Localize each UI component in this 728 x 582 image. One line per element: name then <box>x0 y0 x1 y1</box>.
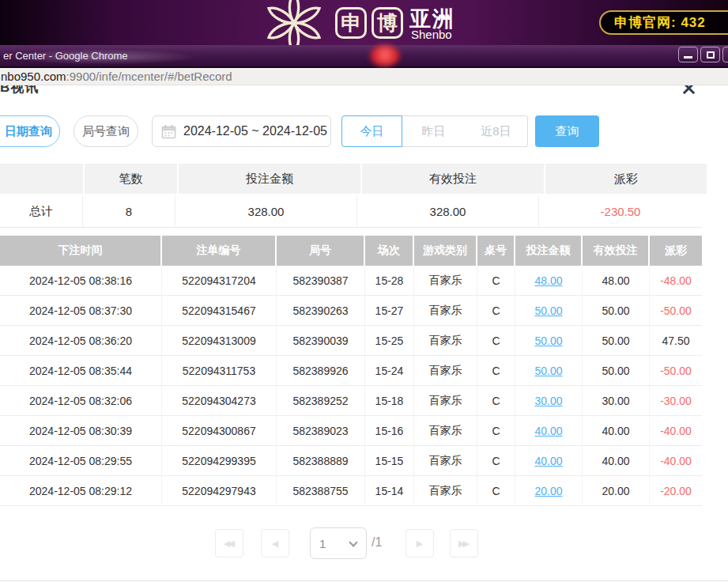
col-header-payout: 派彩 <box>650 236 702 266</box>
cell-game-type: 百家乐 <box>414 266 477 295</box>
official-site-badge: 申博官网: 432 <box>599 10 728 35</box>
next-page-button[interactable]: ▶ <box>405 529 434 557</box>
cell-payout: -40.00 <box>650 416 702 445</box>
col-header-session: 场次 <box>365 236 413 266</box>
cell-table-no: C <box>477 326 515 355</box>
cell-session: 15-16 <box>365 416 414 445</box>
chevron-down-icon <box>349 538 357 546</box>
calendar-icon <box>161 124 176 139</box>
cell-round-id: 582390263 <box>277 296 365 325</box>
cell-game-type: 百家乐 <box>414 386 477 415</box>
page-select[interactable]: 1 <box>310 527 367 559</box>
cell-session: 15-27 <box>365 296 414 325</box>
url-path: :9900/infe/mcenter/#/betRecord <box>66 70 232 83</box>
cell-payout: -48.00 <box>650 266 702 295</box>
screen: { "site_header": { "logo_char_1": "申", "… <box>0 0 728 582</box>
cell-payout: -40.00 <box>650 446 702 475</box>
summary-total-row: 总计 8 328.00 328.00 -230.50 <box>0 195 702 228</box>
summary-header-empty <box>0 164 83 194</box>
cell-game-type: 百家乐 <box>414 356 477 385</box>
cell-payout: -30.00 <box>650 386 702 415</box>
panel-close-icon[interactable] <box>680 85 697 96</box>
quick-filter-today[interactable]: 今日 <box>341 115 402 147</box>
minimize-button[interactable] <box>678 47 698 62</box>
quick-filter-yesterday[interactable]: 昨日 <box>402 115 466 147</box>
cell-table-no: C <box>477 296 515 325</box>
table-row: 2024-12-05 08:32:06522094304273582389252… <box>0 386 702 416</box>
logo-char-shen: 申 <box>335 7 367 39</box>
next-page-icon: ▶ <box>417 539 423 549</box>
cell-order-id: 522094297943 <box>162 476 277 505</box>
search-button[interactable]: 查询 <box>535 115 599 147</box>
red-notification-blob <box>370 45 400 66</box>
col-header-bet-time: 下注时间 <box>0 236 160 266</box>
flower-logo-icon <box>261 0 327 45</box>
cell-payout: 47.50 <box>650 326 702 355</box>
cell-bet-time: 2024-12-05 08:35:44 <box>0 356 162 385</box>
col-header-valid-bet: 有效投注 <box>583 236 648 266</box>
cell-table-no: C <box>477 476 515 505</box>
col-header-order-id: 注单编号 <box>162 236 275 266</box>
total-pages-label: /1 <box>372 535 382 550</box>
table-header-row: 下注时间 注单编号 局号 场次 游戏类别 桌号 投注金额 有效投注 派彩 <box>0 236 702 266</box>
cell-bet-time: 2024-12-05 08:29:12 <box>0 476 162 505</box>
col-header-bet-amount: 投注金额 <box>515 236 581 266</box>
quick-filter-last8days[interactable]: 近8日 <box>465 115 528 147</box>
tab-date-query[interactable]: 日期查询 <box>0 115 60 147</box>
cell-bet-amount[interactable]: 30.00 <box>515 386 583 415</box>
summary-header-count: 笔数 <box>85 164 177 194</box>
cell-round-id: 582390039 <box>277 326 365 355</box>
cell-order-id: 522094317204 <box>162 266 277 295</box>
summary-total-label: 总计 <box>0 195 83 227</box>
cell-game-type: 百家乐 <box>414 326 477 355</box>
cell-table-no: C <box>477 266 515 295</box>
cell-bet-amount[interactable]: 48.00 <box>515 266 583 295</box>
cell-bet-amount[interactable]: 50.00 <box>515 326 583 355</box>
cell-game-type: 百家乐 <box>414 446 477 475</box>
date-range-input[interactable]: 2024-12-05 ~ 2024-12-05 <box>152 115 331 147</box>
cell-table-no: C <box>477 386 515 415</box>
cell-bet-amount[interactable]: 50.00 <box>515 296 583 325</box>
first-page-button[interactable]: ◀◀ <box>215 529 243 557</box>
tab-round-query[interactable]: 局号查询 <box>74 115 138 147</box>
cell-game-type: 百家乐 <box>414 296 477 325</box>
last-page-icon: ▶▶ <box>458 539 467 549</box>
maximize-button[interactable] <box>700 47 720 62</box>
cell-bet-time: 2024-12-05 08:37:30 <box>0 296 162 325</box>
page-title: B视讯 <box>0 85 39 96</box>
table-row: 2024-12-05 08:29:55522094299395582388889… <box>0 446 702 476</box>
cell-valid-bet: 50.00 <box>583 356 650 385</box>
cell-session: 15-24 <box>365 356 414 385</box>
cell-valid-bet: 40.00 <box>583 416 650 445</box>
logo-char-bo: 博 <box>372 7 403 39</box>
page-select-value: 1 <box>319 537 326 550</box>
cell-valid-bet: 50.00 <box>583 296 650 325</box>
prev-page-button[interactable]: ◀ <box>261 529 289 557</box>
cell-bet-time: 2024-12-05 08:29:55 <box>0 446 162 475</box>
cell-bet-time: 2024-12-05 08:32:06 <box>0 386 162 415</box>
table-row: 2024-12-05 08:38:16522094317204582390387… <box>0 266 702 296</box>
minimize-icon <box>684 56 692 59</box>
cell-order-id: 522094313009 <box>162 326 277 355</box>
cell-bet-amount[interactable]: 40.00 <box>515 446 583 475</box>
pagination: ◀◀ ◀ 1 /1 ▶ ▶▶ <box>0 527 702 562</box>
last-page-button[interactable]: ▶▶ <box>450 529 478 557</box>
cell-round-id: 582390387 <box>277 266 365 295</box>
summary-valid-bet-value: 328.00 <box>357 195 539 227</box>
maximize-icon <box>707 51 715 59</box>
bet-record-panel: B视讯 日期查询 局号查询 2024-12-05 ~ 2024-12-05 今日… <box>0 85 728 582</box>
url-bar[interactable]: nbo950.com:9900/infe/mcenter/#/betRecord <box>0 68 728 85</box>
cell-order-id: 522094311753 <box>162 356 277 385</box>
date-range-value: 2024-12-05 ~ 2024-12-05 <box>183 124 327 138</box>
cell-session: 15-25 <box>365 326 414 355</box>
cell-session: 15-28 <box>365 266 414 295</box>
close-window-button[interactable]: ✕ <box>722 47 728 62</box>
cell-payout: -20.00 <box>650 476 702 505</box>
cell-bet-amount[interactable]: 20.00 <box>515 476 583 505</box>
cell-round-id: 582389023 <box>277 416 365 445</box>
first-page-icon: ◀◀ <box>224 539 232 549</box>
cell-bet-amount[interactable]: 40.00 <box>515 416 583 445</box>
col-header-round-id: 局号 <box>277 236 364 266</box>
cell-table-no: C <box>477 356 515 385</box>
cell-bet-amount[interactable]: 50.00 <box>515 356 583 385</box>
